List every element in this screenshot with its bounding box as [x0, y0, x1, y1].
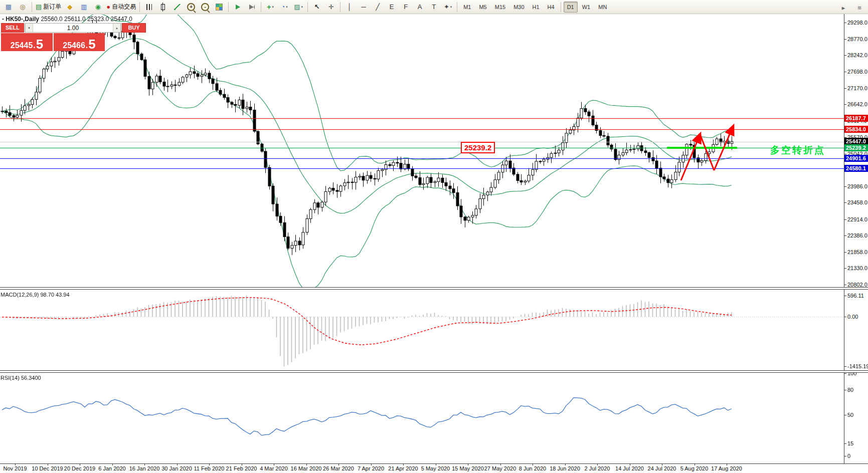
- date-label: 8 Jun 2020: [519, 465, 546, 471]
- periods-button[interactable]: ◔▾: [277, 1, 291, 13]
- timeframe-m1[interactable]: M1: [460, 2, 474, 13]
- horizontal-line-icon-glyph: ─: [362, 3, 366, 11]
- new-order-button-label: 新订单: [43, 3, 61, 11]
- chart-window-icon[interactable]: ▦: [2, 1, 16, 13]
- timeframe-h4[interactable]: H4: [544, 2, 558, 13]
- vertical-line-icon[interactable]: │: [342, 1, 357, 13]
- timeframe-m30[interactable]: M30: [510, 2, 528, 13]
- price-tick-label: 22914.0: [847, 216, 867, 222]
- data-window-icon[interactable]: ▥: [77, 1, 91, 13]
- zoom-out-icon[interactable]: -: [198, 1, 212, 13]
- dock-right-icon[interactable]: ▸: [836, 2, 850, 14]
- crosshair-icon[interactable]: ✛: [324, 1, 338, 13]
- support-line-1[interactable]: [0, 158, 844, 159]
- toolbar: ▦◎▤新订单◆▥◉●自动交易+-+▾◔▾▨▾↖✛│─╱EFAT✦▾M1M5M15…: [0, 0, 868, 14]
- signals-icon[interactable]: ◉: [91, 1, 105, 13]
- price-tickmark: [844, 186, 846, 187]
- volume-input[interactable]: [33, 24, 113, 32]
- price-tickmark: [844, 268, 846, 269]
- cursor-icon[interactable]: ↖: [310, 1, 324, 13]
- line-chart-icon[interactable]: [170, 1, 184, 13]
- templates-button[interactable]: ▨▾: [291, 1, 305, 13]
- macd-tickmark: [844, 366, 846, 367]
- menu-more-icon[interactable]: ≡: [852, 2, 866, 14]
- sell-price-dot: .: [33, 41, 35, 50]
- macd-rsi-separator[interactable]: [0, 370, 868, 373]
- rsi-tickmark: [844, 415, 846, 415]
- timeframe-d1[interactable]: D1: [564, 2, 578, 13]
- candlestick-icon[interactable]: [156, 1, 170, 13]
- date-axis[interactable]: Nov 201910 Dec 201920 Dec 20196 Jan 2020…: [0, 463, 868, 473]
- toolbar-separator: [340, 2, 340, 12]
- price-tickmark: [844, 285, 846, 285]
- dropdown-arrow-icon: ▾: [450, 5, 452, 9]
- buy-button[interactable]: BUY: [122, 23, 146, 33]
- price-level-callout[interactable]: 25239.2: [461, 142, 495, 153]
- timeframe-m5[interactable]: M5: [475, 2, 490, 13]
- text-icon-glyph: A: [418, 3, 422, 11]
- resistance-line-2[interactable]: [0, 129, 844, 130]
- trendline-icon[interactable]: ╱: [371, 1, 385, 13]
- new-order-button-glyph: ▤: [36, 3, 42, 11]
- price-tickmark: [844, 252, 846, 253]
- marketwatch-icon[interactable]: ◆: [63, 1, 77, 13]
- support-line-2[interactable]: [0, 168, 844, 169]
- resistance-line-1[interactable]: [0, 118, 844, 119]
- horizontal-line-icon[interactable]: ─: [357, 1, 371, 13]
- date-label: 5 May 2020: [421, 465, 450, 471]
- label-icon[interactable]: T: [427, 1, 441, 13]
- pivot-thick-line[interactable]: [667, 147, 737, 149]
- price-tick-label: 21330.0: [847, 265, 867, 271]
- tile-windows-icon[interactable]: [212, 1, 226, 13]
- crosshair-icon-glyph: ✛: [328, 3, 334, 11]
- date-label: 17 Aug 2020: [711, 465, 742, 471]
- fibonacci-icon-glyph: F: [404, 3, 408, 11]
- sell-button[interactable]: SELL: [1, 23, 24, 33]
- arrows-tool-icon-glyph: ✦: [444, 3, 449, 11]
- timeframe-m15[interactable]: M15: [491, 2, 509, 13]
- rsi-tick-label: 0: [847, 453, 850, 459]
- rsi-tick-label: 15: [847, 440, 853, 446]
- date-label: 26 Mar 2020: [323, 465, 354, 471]
- auto-scroll-icon[interactable]: [231, 1, 245, 13]
- date-label: 20 Dec 2019: [64, 465, 95, 471]
- main-macd-separator[interactable]: [0, 287, 868, 290]
- date-label: 16 Jan 2020: [129, 465, 160, 471]
- buy-price[interactable]: 25466.5: [54, 33, 105, 51]
- timeframe-h1[interactable]: H1: [529, 2, 543, 13]
- chart-shift-icon[interactable]: [245, 1, 259, 13]
- chart-canvas[interactable]: [0, 0, 868, 473]
- bid-price-line[interactable]: [0, 142, 844, 142]
- rsi-tickmark: [844, 456, 846, 456]
- volume-decrease-button[interactable]: ▾: [25, 24, 33, 32]
- date-label: 27 May 2020: [484, 465, 516, 471]
- zoom-in-icon[interactable]: +: [184, 1, 198, 13]
- sell-price[interactable]: 25445.5: [1, 33, 53, 51]
- zoom-out-icon: -: [201, 3, 209, 11]
- bar-chart-icon[interactable]: [142, 1, 156, 13]
- timeframe-w1[interactable]: W1: [579, 2, 594, 13]
- equidistant-channel-icon[interactable]: E: [385, 1, 399, 13]
- signals-icon-glyph: ◉: [95, 3, 101, 11]
- autotrading-button-label: 自动交易: [112, 3, 136, 11]
- new-order-button[interactable]: ▤新订单: [34, 1, 63, 13]
- profile-icon-glyph: ◎: [20, 3, 25, 11]
- autotrading-button[interactable]: ●自动交易: [105, 1, 137, 13]
- price-axis[interactable]: 29298.028770.028242.027698.027170.026642…: [844, 14, 868, 463]
- date-label: Nov 2019: [3, 465, 27, 471]
- arrows-tool-icon[interactable]: ✦▾: [441, 1, 455, 13]
- fibonacci-icon[interactable]: F: [399, 1, 413, 13]
- text-icon[interactable]: A: [413, 1, 427, 13]
- profile-icon[interactable]: ◎: [16, 1, 30, 13]
- templates-button-glyph: ▨: [294, 3, 300, 11]
- indicators-button[interactable]: +▾: [263, 1, 277, 13]
- equidistant-channel-icon-glyph: E: [390, 3, 394, 11]
- volume-increase-button[interactable]: ▴: [113, 24, 121, 32]
- price-tag: 25834.0: [844, 126, 868, 133]
- timeframe-mn[interactable]: MN: [595, 2, 610, 13]
- price-tick-label: 29298.0: [847, 20, 867, 26]
- price-tickmark: [844, 23, 846, 23]
- one-click-trading-panel: SELL ▾ ▴ BUY 25445.5 25466.5: [1, 23, 105, 51]
- indicators-button: +: [267, 3, 271, 11]
- label-icon-glyph: T: [432, 3, 436, 11]
